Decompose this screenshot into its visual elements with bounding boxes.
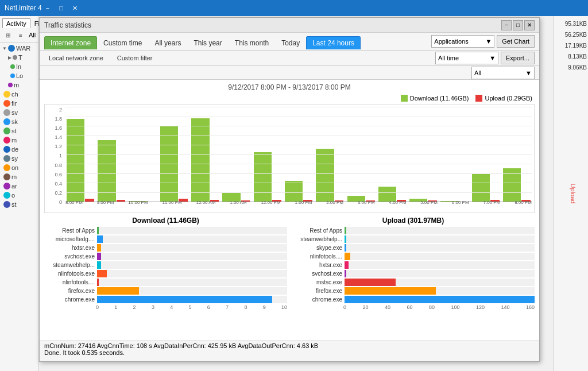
list-item[interactable]: sy <box>1 154 37 163</box>
sidebar-item-war[interactable]: ▼ WAR <box>1 44 37 53</box>
list-item[interactable]: Lo <box>1 71 37 80</box>
list-item[interactable]: sv <box>1 108 37 117</box>
list-item[interactable]: on <box>1 163 37 172</box>
dl-axis: 0 1 2 3 4 5 6 7 8 9 10 <box>44 304 287 310</box>
filter-tab-last-24h[interactable]: Last 24 hours <box>306 36 361 49</box>
dialog-close-button[interactable]: ✕ <box>524 20 535 30</box>
y-label: 1 <box>59 153 62 159</box>
filter-tab-custom-time[interactable]: Custom time <box>97 36 148 49</box>
war-label: WAR <box>16 45 30 52</box>
sidebar-tabs: Activity Fi <box>0 16 38 28</box>
list-item[interactable]: o <box>1 191 37 200</box>
hbar-fill <box>345 279 396 286</box>
list-item[interactable]: ▶ T <box>1 53 37 62</box>
item-label: fir <box>11 100 17 107</box>
dialog-restore-button[interactable]: □ <box>513 20 523 30</box>
get-chart-button[interactable]: Get Chart <box>497 35 535 48</box>
steam-icon <box>3 127 10 134</box>
all-label: All <box>29 32 36 38</box>
hbar-track <box>97 296 287 303</box>
hbar-fill <box>97 279 99 286</box>
hbar-row: svchost.exe <box>292 270 535 277</box>
filter-bar-row1: Internet zone Custom time All years This… <box>40 33 539 51</box>
export-button[interactable]: Export... <box>501 52 535 64</box>
internet-zone-icon <box>10 64 15 69</box>
hbar-label: steamwebhelp... <box>292 236 342 242</box>
hbar-label: firefox.exe <box>292 288 342 294</box>
download-hbar-chart: Rest of Appsmicrosoftedg....hxtsr.exesvc… <box>44 227 287 303</box>
hbar-fill <box>97 261 101 269</box>
download-bar <box>191 118 209 202</box>
filter-tab-this-year[interactable]: This year <box>187 36 228 49</box>
filter-custom-filter[interactable]: Custom filter <box>113 53 157 63</box>
tab-label: Internet zone <box>51 39 91 47</box>
bar-pair <box>253 152 283 202</box>
upload-hbar-chart: Rest of Appssteamwebhelp...skype.exenlin… <box>292 227 535 303</box>
list-item[interactable]: de <box>1 145 37 154</box>
list-item[interactable]: m <box>1 136 37 145</box>
legend-download: Download (11.46GB) <box>401 95 469 102</box>
minimize-button[interactable]: − <box>42 2 53 14</box>
item-label: m <box>11 173 17 180</box>
download-bar <box>316 149 334 202</box>
x-label: 2:00 PM <box>326 200 343 212</box>
hbar-row: steamwebhelp... <box>44 261 287 269</box>
list-item[interactable]: st <box>1 126 37 136</box>
activity-tab-label: Activity <box>6 20 26 27</box>
main-window: NetLimiter 4 − □ ✕ Activity Fi ⊞ ≡ All ▼ <box>0 0 588 371</box>
y-label: 1.2 <box>55 144 62 149</box>
hbar-row: Rest of Apps <box>44 227 287 234</box>
filter-tab-all-years[interactable]: All years <box>148 36 187 49</box>
list-item[interactable]: fir <box>1 99 37 108</box>
right-panel: 95.31KB 56.25KB 17.19KB 8.13KB 9.06KB Up… <box>554 16 588 371</box>
upload-hbar-section: Upload (301.97MB) Rest of Appssteamwebhe… <box>292 217 535 310</box>
list-item[interactable]: In <box>1 62 37 71</box>
list-item[interactable]: m <box>1 172 37 181</box>
hbar-row: firefox.exe <box>292 287 535 295</box>
hbar-row: nlinfotools.exe <box>44 270 287 277</box>
sidebar-tab-activity[interactable]: Activity <box>2 18 30 28</box>
grid-icon-btn[interactable]: ⊞ <box>2 29 14 41</box>
item-label: st <box>11 201 17 208</box>
edge-icon <box>3 146 10 153</box>
maximize-button[interactable]: □ <box>56 2 67 14</box>
st2-icon <box>3 201 10 208</box>
x-label: 12:00 PM <box>261 200 280 212</box>
right-value: 56.25KB <box>555 29 587 40</box>
hbar-track <box>97 244 287 252</box>
dialog-minimize-button[interactable]: − <box>501 20 512 30</box>
expand-icon: ▼ <box>2 46 7 51</box>
filter-local-network[interactable]: Local network zone <box>44 53 108 63</box>
chevron-icon: ▶ <box>8 55 11 60</box>
list-item[interactable]: m <box>1 80 37 90</box>
upload-label: Upload <box>570 184 577 204</box>
list-item[interactable]: ch <box>1 90 37 99</box>
dropdown-arrow: ▼ <box>525 69 532 76</box>
applications-dropdown[interactable]: Applications ▼ <box>431 35 494 48</box>
item-label: m <box>14 82 19 88</box>
hbar-track <box>345 244 535 252</box>
list-item[interactable]: ar <box>1 181 37 191</box>
filter-tab-internet-zone[interactable]: Internet zone <box>44 36 97 49</box>
hbar-track <box>345 296 535 303</box>
hbar-row: microsoftedg.... <box>44 235 287 243</box>
filter-tab-today[interactable]: Today <box>275 36 306 49</box>
dropdown-arrow: ▼ <box>489 55 496 61</box>
svc-icon <box>3 109 10 116</box>
item-label: o <box>11 192 15 199</box>
legend-upload: Upload (0.29GB) <box>475 95 532 102</box>
all-time-dropdown[interactable]: All time ▼ <box>435 52 498 64</box>
list-icon-btn[interactable]: ≡ <box>15 29 26 41</box>
upload-legend-label: Upload (0.29GB) <box>485 95 532 102</box>
m-icon <box>3 173 10 180</box>
list-item[interactable]: st <box>1 200 37 209</box>
list-item[interactable]: sk <box>1 117 37 126</box>
item-label: m <box>11 137 17 144</box>
dialog-controls: − □ ✕ <box>501 20 535 30</box>
filter-tab-this-month[interactable]: This month <box>229 36 275 49</box>
item-icon <box>8 83 13 87</box>
x-label: 4:00 PM <box>389 200 407 212</box>
all-dropdown[interactable]: All ▼ <box>471 67 535 79</box>
close-button[interactable]: ✕ <box>69 2 81 14</box>
hbar-track <box>97 279 287 286</box>
